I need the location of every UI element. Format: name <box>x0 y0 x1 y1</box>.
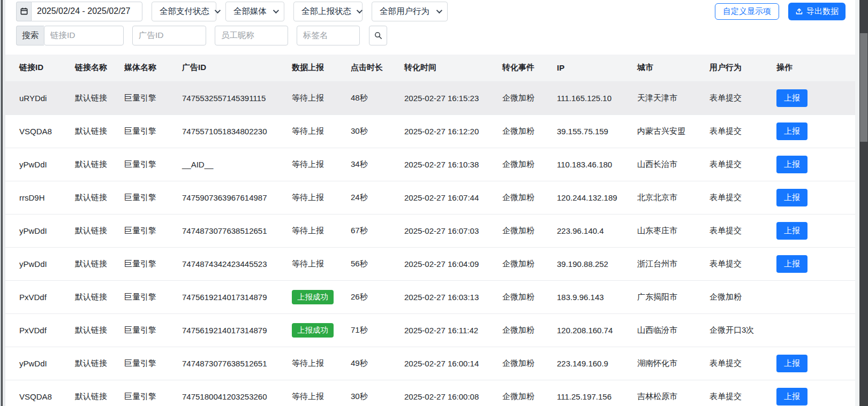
cell-user_behavior: 表单提交 <box>696 380 763 406</box>
search-ad-id-input[interactable] <box>132 26 206 45</box>
scrollbar-thumb[interactable] <box>860 33 867 142</box>
filter-payment-status-select[interactable]: 全部支付状态 <box>152 2 216 21</box>
search-button[interactable] <box>369 26 387 45</box>
filter-payment-status-value: 全部支付状态 <box>160 6 209 17</box>
cell-city: 山西长治市 <box>623 148 696 181</box>
search-staff-nickname-input[interactable] <box>215 26 288 45</box>
cell-link_name: 默认链接 <box>61 247 110 280</box>
report-button[interactable]: 上报 <box>776 89 807 107</box>
cell-link_name: 默认链接 <box>61 347 110 380</box>
report-success-badge: 上报成功 <box>292 323 334 338</box>
report-button[interactable]: 上报 <box>776 122 807 140</box>
date-range-input[interactable] <box>31 2 142 21</box>
report-button[interactable]: 上报 <box>776 156 807 173</box>
cell-ip: 183.9.96.143 <box>543 280 623 313</box>
cell-user_behavior: 表单提交 <box>696 181 763 214</box>
cell-media_name: 巨量引擎 <box>110 114 168 148</box>
column-header-action: 操作 <box>763 55 855 81</box>
cell-click_duration: 26秒 <box>337 280 390 313</box>
chevron-down-icon <box>357 7 363 13</box>
vertical-scrollbar[interactable] <box>859 0 868 406</box>
cell-convert_event: 企微加粉 <box>488 148 543 181</box>
filter-user-behavior-select[interactable]: 全部用户行为 <box>372 2 448 21</box>
search-label: 搜索 <box>16 26 44 45</box>
report-button[interactable]: 上报 <box>776 189 807 206</box>
cell-ip: 223.149.160.9 <box>543 347 623 380</box>
cell-convert_time: 2025-02-27 16:04:09 <box>390 247 488 280</box>
cell-action: 上报 <box>763 347 855 380</box>
cell-action: 上报 <box>763 214 855 247</box>
cell-convert_event: 企微加粉 <box>488 181 543 214</box>
report-button[interactable]: 上报 <box>776 388 807 405</box>
chevron-down-icon <box>436 7 442 13</box>
cell-ad_id: 7475180041203253260 <box>168 380 278 406</box>
cell-user_behavior: 表单提交 <box>696 247 763 280</box>
report-success-badge: 上报成功 <box>292 290 334 304</box>
cell-ad_id: __AID__ <box>168 148 278 181</box>
window-left-edge <box>0 0 5 406</box>
cell-ip: 39.155.75.159 <box>543 114 623 148</box>
cell-user_behavior: 表单提交 <box>696 81 763 114</box>
cell-link_id: PxVDdf <box>5 313 61 347</box>
cell-convert_event: 企微加粉 <box>488 114 543 148</box>
cell-convert_time: 2025-02-27 16:07:44 <box>390 181 488 214</box>
cell-ad_id: 7475532557145391115 <box>168 81 278 114</box>
filter-toolbar: 全部支付状态 全部媒体 全部上报状态 全部用户行为 自定义显示项 <box>5 0 861 21</box>
cell-link_name: 默认链接 <box>61 380 110 406</box>
cell-user_behavior: 表单提交 <box>696 347 763 380</box>
cell-ad_id: 7475619214017314879 <box>168 313 278 347</box>
table-row: rrsD9H默认链接巨量引擎7475907363967614987等待上报24秒… <box>5 181 855 214</box>
column-header-report_status: 数据上报 <box>278 55 337 81</box>
cell-media_name: 巨量引擎 <box>110 81 168 114</box>
search-toolbar: 搜索 <box>5 21 861 45</box>
column-header-convert_event: 转化事件 <box>488 55 543 81</box>
cell-convert_time: 2025-02-27 16:07:03 <box>390 214 488 247</box>
cell-click_duration: 67秒 <box>337 214 390 247</box>
cell-click_duration: 24秒 <box>337 181 390 214</box>
column-header-link_id: 链接ID <box>5 55 61 81</box>
table-row: yPwDdI默认链接巨量引擎7474873077638512651等待上报49秒… <box>5 347 855 380</box>
cell-report_status: 上报成功 <box>278 313 337 347</box>
table-row: uRYDdi默认链接巨量引擎7475532557145391115等待上报48秒… <box>5 81 855 114</box>
table-row: PxVDdf默认链接巨量引擎7475619214017314879上报成功26秒… <box>5 280 855 313</box>
cell-ad_id: 7474874342423445523 <box>168 247 278 280</box>
report-button[interactable]: 上报 <box>776 222 807 240</box>
report-button[interactable]: 上报 <box>776 255 807 273</box>
cell-ip: 39.190.88.252 <box>543 247 623 280</box>
export-data-button[interactable]: 导出数据 <box>788 3 846 20</box>
cell-user_behavior: 企微加粉 <box>696 280 763 313</box>
cell-click_duration: 30秒 <box>337 114 390 148</box>
search-link-id-input[interactable] <box>44 26 124 45</box>
cell-link_id: rrsD9H <box>5 181 61 214</box>
report-button[interactable]: 上报 <box>776 355 807 372</box>
cell-link_id: yPwDdI <box>5 247 61 280</box>
cell-city: 山西临汾市 <box>623 313 696 347</box>
customize-columns-button[interactable]: 自定义显示项 <box>715 3 779 20</box>
cell-convert_time: 2025-02-27 16:00:08 <box>390 380 488 406</box>
cell-convert_time: 2025-02-27 16:11:42 <box>390 313 488 347</box>
cell-click_duration: 34秒 <box>337 148 390 181</box>
filter-report-status-select[interactable]: 全部上报状态 <box>293 2 363 21</box>
cell-convert_time: 2025-02-27 16:15:23 <box>390 81 488 114</box>
cell-link_name: 默认链接 <box>61 214 110 247</box>
cell-click_duration: 71秒 <box>337 313 390 347</box>
filter-media-value: 全部媒体 <box>233 6 267 17</box>
cell-convert_event: 企微加粉 <box>488 313 543 347</box>
cell-link_name: 默认链接 <box>61 148 110 181</box>
cell-link_name: 默认链接 <box>61 280 110 313</box>
cell-report_status: 等待上报 <box>278 347 337 380</box>
cell-action: 上报 <box>763 247 855 280</box>
search-tag-name-input[interactable] <box>297 26 360 45</box>
cell-action: 上报 <box>763 81 855 114</box>
filter-report-status-value: 全部上报状态 <box>301 6 351 17</box>
main-content: 全部支付状态 全部媒体 全部上报状态 全部用户行为 自定义显示项 <box>5 0 861 406</box>
cell-report_status: 等待上报 <box>278 114 337 148</box>
cell-ip: 111.165.125.10 <box>543 81 623 114</box>
table-header-row: 链接ID链接名称媒体名称广告ID数据上报点击时长转化时间转化事件IP城市用户行为… <box>5 55 855 81</box>
calendar-button[interactable] <box>16 2 31 21</box>
cell-media_name: 巨量引擎 <box>110 313 168 347</box>
cell-click_duration: 49秒 <box>337 347 390 380</box>
cell-link_id: VSQDA8 <box>5 114 61 148</box>
column-header-convert_time: 转化时间 <box>390 55 488 81</box>
filter-media-select[interactable]: 全部媒体 <box>225 2 284 21</box>
